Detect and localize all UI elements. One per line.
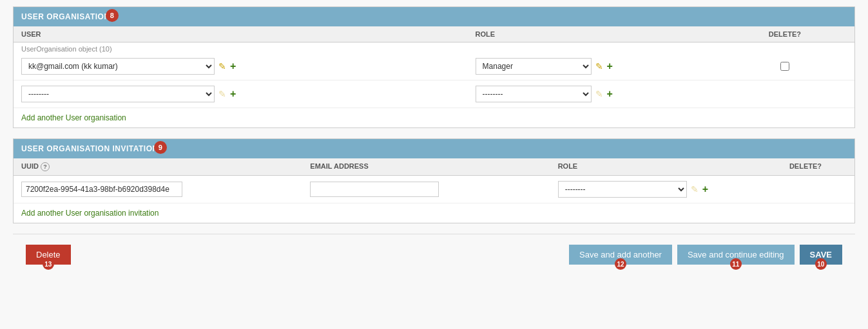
role-inv-field-group: -------- ✎ + (558, 181, 764, 198)
user-organisations-col-headers: USER ROLE DELETE? (14, 26, 854, 42)
user-org-invitations-header: USER ORGANISATION INVITATIONS 9 (14, 139, 854, 158)
role-edit-icon-1[interactable]: ✎ (595, 61, 603, 71)
delete-field-group-1 (723, 62, 847, 71)
col-header-uuid: UUID ? (21, 162, 310, 171)
role-inv-edit-icon[interactable]: ✎ (691, 184, 699, 194)
user-edit-icon-2[interactable]: ✎ (218, 89, 226, 99)
col-header-role-inv: ROLE (558, 162, 764, 171)
add-user-org-inv-link-row: Add another User organisation invitation (14, 203, 854, 223)
col-header-user: USER (21, 30, 476, 38)
save-add-btn-wrapper: Save and add another 12 (569, 245, 672, 265)
save-continue-badge: 11 (730, 258, 742, 270)
uuid-input[interactable] (21, 182, 182, 197)
user-edit-icon-1[interactable]: ✎ (218, 61, 226, 71)
col-header-role: ROLE (476, 30, 723, 38)
user-add-icon-2[interactable]: + (230, 88, 236, 100)
col-header-email: EMAIL ADDRESS (310, 162, 557, 171)
user-org-invitations-title: USER ORGANISATION INVITATIONS (21, 144, 164, 153)
email-input[interactable] (310, 182, 439, 197)
add-user-org-link-row: Add another User organisation (14, 108, 854, 127)
user-organisations-badge: 8 (106, 9, 119, 22)
role-select-1[interactable]: Manager (476, 58, 592, 75)
add-user-org-link[interactable]: Add another User organisation (21, 113, 126, 122)
col-header-delete-inv: DELETE? (764, 162, 847, 171)
page-wrapper: USER ORGANISATIONS 8 USER ROLE DELETE? U… (0, 0, 868, 329)
user-org-invitations-section: USER ORGANISATION INVITATIONS 9 UUID ? E… (13, 138, 855, 223)
obj-label: UserOrganisation object (10) (14, 42, 854, 53)
user-organisations-header: USER ORGANISATIONS 8 (14, 7, 854, 26)
user-field-group-1: kk@gmail.com (kk kumar) ✎ + (21, 58, 476, 75)
role-inv-add-icon[interactable]: + (702, 183, 708, 195)
right-actions: Save and add another 12 Save and continu… (569, 245, 842, 265)
user-org-invitations-badge: 9 (154, 141, 167, 154)
table-row: -------- ✎ + -------- ✎ + (14, 80, 854, 108)
role-field-group-1: Manager ✎ + (476, 58, 723, 75)
save-badge: 10 (815, 258, 827, 270)
save-btn-wrapper: SAVE 10 (800, 245, 842, 265)
user-select-2[interactable]: -------- (21, 86, 215, 102)
action-bar: Delete 13 Save and add another 12 Save a… (13, 234, 855, 275)
save-continue-btn-wrapper: Save and continue editing 11 (677, 245, 795, 265)
user-field-group-2: -------- ✎ + (21, 86, 476, 102)
uuid-help-icon[interactable]: ? (41, 162, 50, 171)
user-add-icon-1[interactable]: + (230, 61, 236, 72)
table-row: -------- ✎ + (14, 176, 854, 203)
left-actions: Delete 13 (26, 245, 71, 265)
invitations-col-headers: UUID ? EMAIL ADDRESS ROLE DELETE? (14, 158, 854, 176)
user-organisations-section: USER ORGANISATIONS 8 USER ROLE DELETE? U… (13, 6, 855, 128)
col-header-delete: DELETE? (723, 30, 847, 38)
save-add-badge: 12 (615, 258, 626, 270)
delete-btn-wrapper: Delete 13 (26, 245, 71, 265)
role-add-icon-2[interactable]: + (607, 88, 613, 100)
user-select-1[interactable]: kk@gmail.com (kk kumar) (21, 58, 215, 75)
add-user-org-inv-link[interactable]: Add another User organisation invitation (21, 209, 159, 218)
delete-badge: 13 (43, 258, 54, 270)
uuid-field-group (21, 182, 310, 197)
table-row: kk@gmail.com (kk kumar) ✎ + Manager ✎ + (14, 53, 854, 80)
user-organisations-title: USER ORGANISATIONS (21, 12, 115, 21)
role-field-group-2: -------- ✎ + (476, 86, 723, 102)
role-add-icon-1[interactable]: + (607, 61, 613, 72)
role-inv-select[interactable]: -------- (558, 181, 687, 198)
delete-checkbox-1[interactable] (780, 62, 789, 71)
email-field-group (310, 182, 557, 197)
user-organisations-title-wrapper: USER ORGANISATIONS 8 (21, 12, 115, 21)
user-org-invitations-title-wrapper: USER ORGANISATION INVITATIONS 9 (21, 144, 164, 153)
role-select-2[interactable]: -------- (476, 86, 592, 102)
role-edit-icon-2[interactable]: ✎ (595, 89, 603, 99)
